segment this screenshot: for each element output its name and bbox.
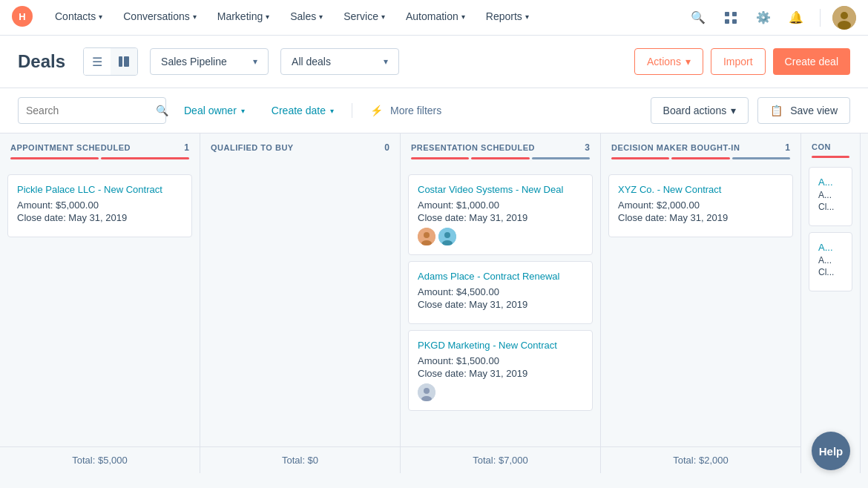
list-view-button[interactable]: ☰ [84,48,111,75]
deal-owner-filter[interactable]: Deal owner ▾ [175,97,254,124]
deal-name: Adams Place - Contract Renewal [418,271,583,283]
col-header-qualified-to-buy: QUALIFIED TO BUY0 [200,133,400,163]
col-footer: Total: $2,000 [601,446,800,473]
col-title: QUALIFIED TO BUY [211,143,294,152]
progress-bar [471,157,529,159]
col-title: PRESENTATION SCHEDULED [411,143,535,152]
nav-conversations[interactable]: Conversations ▾ [113,0,207,36]
col-header-appointment-scheduled: APPOINTMENT SCHEDULED1 [0,133,200,171]
col-cards: Costar Video Systems - New DealAmount: $… [401,171,600,446]
deal-avatars [418,228,583,245]
actions-button[interactable]: Actions ▾ [634,48,703,75]
chevron-down-icon: ▾ [330,107,334,115]
col-header-decision-maker-bought-in: DECISION MAKER BOUGHT-IN1 [601,133,800,171]
progress-bar [611,157,669,159]
help-button[interactable]: Help [812,432,850,470]
svg-point-19 [424,388,430,394]
filter-icon: ⚡ [370,105,383,116]
col-count: 0 [384,142,389,153]
col-footer: Total: $5,000 [0,446,200,473]
nav-reports[interactable]: Reports ▾ [476,0,539,36]
save-view-button[interactable]: 📋 Save view [757,97,850,124]
deal-close-date: Close date: May 31, 2019 [618,212,783,223]
settings-icon[interactable]: ⚙️ [752,6,775,30]
deal-card[interactable]: PKGD Marketing - New ContractAmount: $1,… [408,330,593,411]
avatar [438,228,456,245]
chevron-down-icon: ▾ [319,13,323,21]
nav-service[interactable]: Service ▾ [333,0,395,36]
board-actions-button[interactable]: Board actions ▾ [651,97,749,124]
col-cards: XYZ Co. - New ContractAmount: $2,000.00C… [601,171,800,446]
deal-name: PKGD Marketing - New Contract [418,340,583,352]
import-button[interactable]: Import [711,48,766,75]
col-footer: Total: $7,000 [401,446,600,473]
search-icon: 🔍 [156,105,168,116]
deal-card[interactable]: Pickle Palace LLC - New ContractAmount: … [7,174,192,237]
svg-rect-3 [732,12,737,16]
col-header-presentation-scheduled: PRESENTATION SCHEDULED3 [401,133,600,171]
deal-close-date: Cl... [818,267,843,277]
chevron-down-icon: ▾ [253,56,257,67]
deal-card[interactable]: A... A... Cl... [809,167,852,226]
svg-text:H: H [19,11,25,22]
deal-close-date: Close date: May 31, 2019 [17,212,183,223]
deal-amount: Amount: $2,000.00 [618,200,783,211]
col-count: 1 [785,142,790,153]
save-icon: 📋 [770,105,783,116]
col-title: APPOINTMENT SCHEDULED [10,143,131,152]
deal-card[interactable]: Adams Place - Contract RenewalAmount: $4… [408,261,593,324]
svg-rect-5 [732,19,737,24]
notifications-icon[interactable]: 🔔 [784,6,808,30]
deal-filter-selector[interactable]: All deals ▾ [280,48,399,75]
nav-marketing[interactable]: Marketing ▾ [207,0,280,36]
progress-bar [732,157,790,159]
nav-items: Contacts ▾ Conversations ▾ Marketing ▾ S… [45,0,686,36]
filter-separator [352,103,352,118]
nav-contacts[interactable]: Contacts ▾ [45,0,113,36]
chevron-down-icon: ▾ [525,13,529,21]
avatar[interactable] [832,6,856,30]
col-count: 1 [184,142,189,153]
svg-point-13 [424,232,430,238]
col-title: DECISION MAKER BOUGHT-IN [611,143,740,152]
deal-card[interactable]: XYZ Co. - New ContractAmount: $2,000.00C… [608,174,793,237]
svg-rect-11 [127,56,129,67]
kanban-board: APPOINTMENT SCHEDULED1Pickle Palace LLC … [0,133,868,473]
chevron-down-icon: ▾ [381,13,385,21]
search-icon[interactable]: 🔍 [686,6,710,30]
avatar [418,383,435,401]
progress-bar [812,156,849,158]
deal-amount: A... [818,190,843,200]
deal-card[interactable]: Costar Video Systems - New DealAmount: $… [408,174,593,255]
hubspot-logo[interactable]: H [12,6,33,29]
nav-sales[interactable]: Sales ▾ [280,0,333,36]
partial-col-title: CON [812,142,849,151]
create-deal-button[interactable]: Create deal [773,48,850,75]
more-filters-button[interactable]: ⚡ More filters [361,97,450,124]
chevron-down-icon: ▾ [731,105,736,116]
col-cards [200,163,400,446]
deal-amount: Amount: $5,000.00 [17,200,183,211]
marketplace-icon[interactable] [719,6,743,30]
chevron-down-icon: ▾ [193,13,197,21]
kanban-col-presentation-scheduled: PRESENTATION SCHEDULED3Costar Video Syst… [401,133,601,473]
pipeline-selector[interactable]: Sales Pipeline ▾ [150,48,269,75]
deal-close-date: Close date: May 31, 2019 [418,212,583,223]
chevron-down-icon: ▾ [384,56,388,67]
page-header: Deals ☰ Sales Pipeline ▾ All deals ▾ Act… [0,36,868,88]
deal-close-date: Close date: May 31, 2019 [418,368,583,379]
nav-automation[interactable]: Automation ▾ [395,0,476,36]
avatar [418,228,435,245]
svg-rect-2 [725,12,729,16]
board-view-button[interactable] [111,48,137,75]
deal-name: Costar Video Systems - New Deal [418,184,583,197]
chevron-down-icon: ▾ [461,13,465,21]
create-date-filter[interactable]: Create date ▾ [263,97,343,124]
search-box[interactable]: 🔍 [18,97,166,124]
search-input[interactable] [26,105,156,116]
svg-point-7 [841,12,848,19]
deal-card[interactable]: A... A... Cl... [809,232,852,291]
top-navigation: H Contacts ▾ Conversations ▾ Marketing ▾… [0,0,868,36]
nav-right-actions: 🔍 ⚙️ 🔔 [686,6,856,30]
col-footer: Total: $0 [200,446,400,473]
